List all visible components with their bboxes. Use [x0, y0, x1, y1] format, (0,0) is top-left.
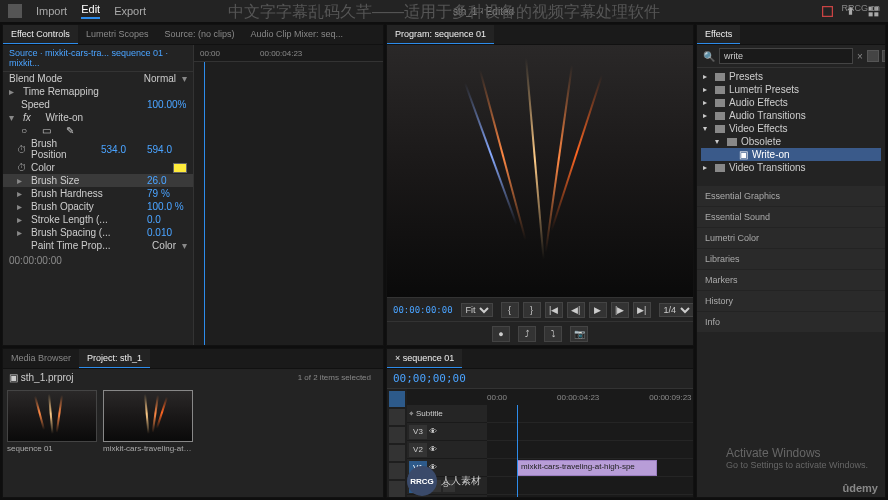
clear-search-icon[interactable]: × [857, 51, 863, 62]
add-marker-button[interactable]: ● [492, 326, 510, 342]
speed-value[interactable]: 100.00% [147, 99, 187, 110]
timeline-tc[interactable]: 00;00;00;00 [393, 372, 466, 385]
mark-in-button[interactable]: { [501, 302, 519, 318]
brush-hardness-label: Brush Hardness [31, 188, 141, 199]
color-label: Color [31, 162, 167, 173]
stopwatch-icon[interactable]: ⏱ [17, 144, 25, 155]
razor-tool[interactable] [389, 445, 405, 461]
tree-write-on[interactable]: ▣Write-on [701, 148, 881, 161]
tab-media-browser[interactable]: Media Browser [3, 349, 79, 368]
tree-presets[interactable]: ▸Presets [701, 70, 881, 83]
accelerated-icon[interactable] [867, 50, 879, 62]
tab-effect-controls[interactable]: Effect Controls [3, 25, 78, 44]
color-swatch[interactable] [173, 163, 187, 173]
v3-target[interactable]: V3 [409, 425, 427, 439]
step-back-button[interactable]: ◀| [567, 302, 585, 318]
brush-opacity-value[interactable]: 100.0 % [147, 201, 187, 212]
brush-size-value[interactable]: 26.0 [147, 175, 187, 186]
panel-history[interactable]: History [697, 291, 885, 311]
panel-essential-sound[interactable]: Essential Sound [697, 207, 885, 227]
brush-size-label: Brush Size [31, 175, 141, 186]
brush-position-label: Brush Position [31, 138, 95, 160]
program-viewport[interactable] [387, 45, 693, 297]
panel-markers[interactable]: Markers [697, 270, 885, 290]
brush-position-y[interactable]: 594.0 [147, 144, 187, 155]
overlay-title: 中文字字幕乱码久芊——适用于多种设备的视频字幕处理软件 [228, 2, 660, 23]
ec-ruler[interactable]: 00:00 00:00:04:23 [194, 45, 383, 62]
effect-controls-panel: Effect Controls Lumetri Scopes Source: (… [2, 24, 384, 346]
svg-rect-0 [823, 6, 833, 16]
tab-program[interactable]: Program: sequence 01 [387, 25, 494, 44]
program-transport: 00:00:00:00 Fit { } |◀ ◀| ▶ |▶ ▶| 1/4 🔧 … [387, 297, 693, 321]
panel-lumetri-color[interactable]: Lumetri Color [697, 228, 885, 248]
tree-obsolete[interactable]: ▾Obsolete [701, 135, 881, 148]
selection-tool[interactable] [389, 391, 405, 407]
rect-mask-icon[interactable]: ▭ [42, 125, 51, 136]
program-monitor-panel: Program: sequence 01 00:00:00:00 Fit { }… [386, 24, 694, 346]
mark-out-button[interactable]: } [523, 302, 541, 318]
tab-timeline-sequence[interactable]: × sequence 01 [387, 349, 462, 368]
timeline-ruler[interactable]: 00:00 00:00:04:23 00:00:09:23 [407, 389, 693, 405]
clip-v1[interactable]: mixkit-cars-traveling-at-high-spe [517, 460, 657, 476]
tab-effects[interactable]: Effects [697, 25, 740, 44]
tab-audio-mixer[interactable]: Audio Clip Mixer: seq... [242, 25, 351, 44]
ellipse-mask-icon[interactable]: ○ [21, 125, 27, 136]
program-resolution-dropdown[interactable]: 1/4 [659, 303, 694, 317]
panel-info[interactable]: Info [697, 312, 885, 332]
tree-video-effects[interactable]: ▾Video Effects [701, 122, 881, 135]
32bit-icon[interactable] [882, 50, 886, 62]
blend-mode-value[interactable]: Normal [144, 73, 176, 84]
program-fit-dropdown[interactable]: Fit [461, 303, 493, 317]
go-to-out-button[interactable]: ▶| [633, 302, 651, 318]
timeline-content[interactable]: mixkit-cars-traveling-at-high-spe [487, 405, 693, 498]
effects-panel: Effects 🔍 × ▸Presets ▸Lumetri Presets ▸A… [696, 24, 886, 498]
lift-button[interactable]: ⤴ [518, 326, 536, 342]
tree-audio-transitions[interactable]: ▸Audio Transitions [701, 109, 881, 122]
track-select-tool[interactable] [389, 409, 405, 425]
program-tc-left[interactable]: 00:00:00:00 [393, 305, 453, 315]
tab-project[interactable]: Project: sth_1 [79, 349, 150, 368]
bin-icon: ▣ [9, 372, 18, 383]
menu-import[interactable]: Import [36, 5, 67, 17]
go-to-in-button[interactable]: |◀ [545, 302, 563, 318]
timeline-playhead[interactable] [517, 405, 518, 498]
time-remapping[interactable]: Time Remapping [23, 86, 187, 97]
panel-libraries[interactable]: Libraries [697, 249, 885, 269]
tree-lumetri-presets[interactable]: ▸Lumetri Presets [701, 83, 881, 96]
brush-position-x[interactable]: 534.0 [101, 144, 141, 155]
paint-time-value[interactable]: Color [152, 240, 176, 251]
quick-export-icon[interactable] [821, 5, 834, 18]
v2-target[interactable]: V2 [409, 443, 427, 457]
fx-writeon[interactable]: Write-on [46, 112, 187, 123]
tab-lumetri-scopes[interactable]: Lumetri Scopes [78, 25, 157, 44]
brush-spacing-value[interactable]: 0.010 [147, 227, 187, 238]
brush-hardness-value[interactable]: 79 % [147, 188, 187, 199]
menu-edit[interactable]: Edit [81, 3, 100, 19]
effects-search-input[interactable] [719, 48, 853, 64]
pen-tool[interactable] [389, 481, 405, 497]
pen-mask-icon[interactable]: ✎ [66, 125, 74, 136]
rrcg-logo: RRCG 人人素材 [407, 466, 481, 496]
export-frame-button[interactable]: 📷 [570, 326, 588, 342]
ec-playhead[interactable] [204, 62, 205, 345]
ripple-edit-tool[interactable] [389, 427, 405, 443]
activate-windows-watermark: Activate Windows Go to Settings to activ… [726, 446, 868, 470]
tree-audio-effects[interactable]: ▸Audio Effects [701, 96, 881, 109]
play-button[interactable]: ▶ [589, 302, 607, 318]
home-icon[interactable] [8, 4, 22, 18]
tab-source[interactable]: Source: (no clips) [156, 25, 242, 44]
extract-button[interactable]: ⤵ [544, 326, 562, 342]
project-file-name[interactable]: sth_1.prproj [21, 372, 74, 383]
panel-essential-graphics[interactable]: Essential Graphics [697, 186, 885, 206]
project-thumb-sequence[interactable]: sequence 01 [7, 390, 97, 455]
stroke-length-value[interactable]: 0.0 [147, 214, 187, 225]
slip-tool[interactable] [389, 463, 405, 479]
menu-export[interactable]: Export [114, 5, 146, 17]
step-forward-button[interactable]: |▶ [611, 302, 629, 318]
project-thumb-clip[interactable]: mixkit-cars-traveling-at-hig... [103, 390, 193, 455]
subtitle-track-label[interactable]: Subtitle [416, 409, 443, 418]
effects-tree: ▸Presets ▸Lumetri Presets ▸Audio Effects… [697, 68, 885, 176]
tree-video-transitions[interactable]: ▸Video Transitions [701, 161, 881, 174]
a2-target[interactable]: A2 [409, 497, 427, 499]
ec-scrub-area[interactable] [194, 62, 383, 345]
